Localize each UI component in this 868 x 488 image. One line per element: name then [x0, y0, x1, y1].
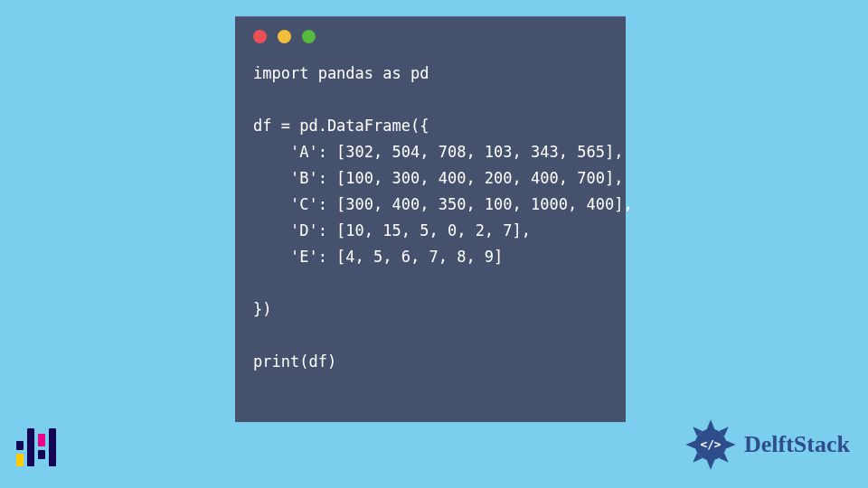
- code-block: import pandas as pd df = pd.DataFrame({ …: [235, 55, 626, 375]
- canvas: import pandas as pd df = pd.DataFrame({ …: [0, 0, 868, 488]
- window-titlebar: [235, 17, 626, 55]
- zoom-icon[interactable]: [302, 30, 316, 43]
- svg-marker-1: [706, 419, 714, 430]
- code-window: import pandas as pd df = pd.DataFrame({ …: [235, 16, 626, 422]
- delftstack-wordmark: DelftStack: [744, 431, 850, 458]
- svg-marker-3: [685, 440, 696, 448]
- pandas-logo-icon: [16, 428, 54, 466]
- delftstack-logo: </> DelftStack: [684, 416, 850, 474]
- svg-marker-2: [706, 459, 714, 470]
- svg-text:</>: </>: [701, 437, 722, 451]
- close-icon[interactable]: [253, 30, 267, 43]
- svg-marker-4: [725, 440, 736, 448]
- delftstack-badge-icon: </>: [684, 418, 737, 471]
- minimize-icon[interactable]: [278, 30, 291, 43]
